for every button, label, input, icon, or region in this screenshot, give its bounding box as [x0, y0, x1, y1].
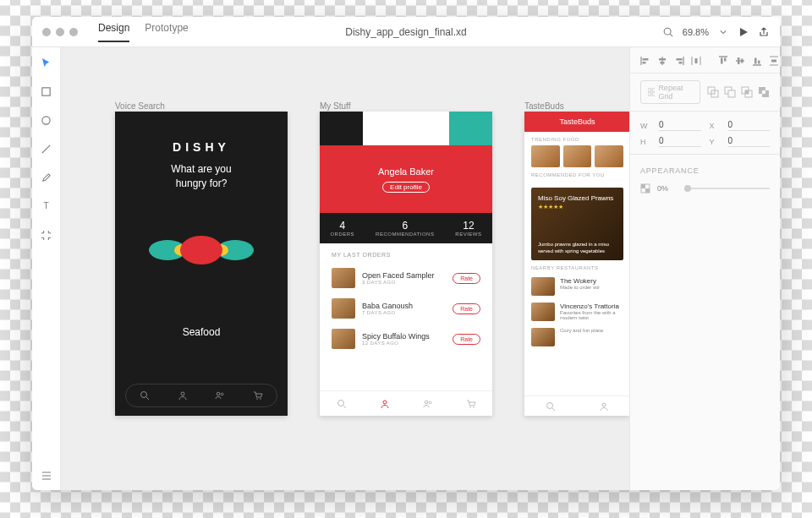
pathop-intersect-icon[interactable]: [741, 86, 753, 98]
food-thumbnail[interactable]: [595, 145, 623, 167]
minimize-dot[interactable]: [56, 28, 64, 36]
artboard-label[interactable]: My Stuff: [320, 101, 351, 111]
ellipse-tool[interactable]: [40, 113, 53, 127]
stat-recommendations[interactable]: 6RECOMMENDATIONS: [376, 220, 434, 237]
food-thumbnail: [531, 277, 555, 296]
svg-rect-33: [677, 58, 683, 61]
section-header: NEARBY RESTAURANTS: [524, 260, 629, 274]
y-field[interactable]: 0: [728, 136, 771, 147]
artboard-label[interactable]: TasteBuds: [524, 101, 564, 111]
search-icon[interactable]: [662, 26, 674, 38]
align-top-icon[interactable]: [718, 56, 728, 66]
list-item[interactable]: The WokeryMade to order stir: [531, 274, 623, 299]
user-icon[interactable]: [380, 399, 390, 409]
profile-name: Angela Baker: [378, 166, 434, 177]
svg-line-17: [343, 406, 346, 408]
search-icon[interactable]: [337, 399, 347, 409]
artboard-my-stuff[interactable]: Angela Baker Edit profile 4ORDERS 6RECOM…: [320, 112, 492, 416]
align-left-icon[interactable]: [640, 56, 650, 66]
food-thumbnail: [531, 328, 555, 346]
trending-row[interactable]: [524, 145, 629, 167]
layers-icon[interactable]: [40, 468, 53, 482]
users-icon[interactable]: [423, 399, 433, 409]
nearby-list: The WokeryMade to order stir Vincenzo's …: [524, 274, 629, 350]
svg-point-0: [664, 28, 671, 35]
stat-reviews[interactable]: 12REVIEWS: [455, 220, 481, 237]
svg-rect-8: [42, 478, 51, 480]
play-icon[interactable]: [738, 26, 749, 38]
svg-rect-43: [741, 59, 743, 63]
list-item[interactable]: Cozy and fun place: [531, 324, 623, 350]
cart-icon[interactable]: [253, 390, 263, 401]
stat-orders[interactable]: 4ORDERS: [330, 220, 354, 237]
opacity-control: 0%: [640, 183, 770, 194]
distribute-h-icon[interactable]: [691, 56, 701, 66]
rectangle-tool[interactable]: [40, 85, 53, 98]
artboard-tool[interactable]: [40, 228, 53, 242]
canvas[interactable]: Voice Search My Stuff TasteBuds DISHY Wh…: [61, 47, 629, 490]
repeat-grid-button[interactable]: Repeat Grid: [640, 80, 700, 104]
svg-rect-27: [643, 58, 649, 61]
text-tool[interactable]: T: [40, 199, 53, 213]
voice-result: Seafood: [115, 326, 288, 338]
list-item[interactable]: Open Faced Sampler3 DAYS AGO Rate: [332, 263, 480, 293]
voice-waveform-icon: [134, 225, 269, 275]
select-tool[interactable]: [40, 56, 53, 69]
list-item[interactable]: Spicy Buffalo Wings12 DAYS AGO Rate: [332, 324, 480, 354]
line-tool[interactable]: [40, 142, 53, 155]
opacity-value[interactable]: 0%: [657, 184, 678, 193]
section-header: TRENDING FOOD: [524, 132, 629, 145]
svg-rect-45: [754, 58, 757, 64]
align-middle-icon[interactable]: [735, 56, 745, 66]
pen-tool[interactable]: [40, 171, 53, 184]
align-right-icon[interactable]: [674, 56, 684, 66]
list-item[interactable]: Vincenzo's TrattoriaFavorites from the w…: [531, 299, 623, 324]
zoom-level[interactable]: 69.8%: [683, 27, 709, 37]
align-center-h-icon[interactable]: [657, 56, 667, 66]
pathop-subtract-icon[interactable]: [724, 86, 736, 98]
users-icon[interactable]: [215, 390, 225, 401]
user-icon[interactable]: [599, 401, 609, 412]
rate-button[interactable]: Rate: [453, 303, 480, 314]
stats-bar: 4ORDERS 6RECOMMENDATIONS 12REVIEWS: [320, 213, 492, 243]
distribute-v-icon[interactable]: [769, 56, 779, 66]
edit-profile-button[interactable]: Edit profile: [382, 182, 430, 193]
search-icon[interactable]: [140, 390, 150, 401]
featured-card[interactable]: Miso Soy Glazed Prawns ★★★★★ Jumbo prawn…: [531, 188, 623, 260]
list-item[interactable]: Baba Ganoush7 DAYS AGO Rate: [332, 293, 480, 324]
svg-point-25: [602, 403, 606, 406]
align-bottom-icon[interactable]: [752, 56, 762, 66]
x-field[interactable]: 0: [728, 120, 771, 131]
artboard-voice-search[interactable]: DISHY What are you hungry for? Seafood: [115, 112, 288, 416]
bottom-nav: [320, 390, 492, 416]
share-icon[interactable]: [758, 26, 770, 38]
food-thumbnail[interactable]: [531, 145, 560, 167]
rate-button[interactable]: Rate: [453, 334, 480, 345]
rate-button[interactable]: Rate: [453, 273, 480, 284]
tab-design[interactable]: Design: [98, 22, 129, 42]
cart-icon[interactable]: [466, 399, 476, 409]
voice-prompt: What are you hungry for?: [115, 162, 288, 191]
zoom-dot[interactable]: [69, 28, 78, 36]
bottom-nav: [125, 384, 277, 407]
tab-prototype[interactable]: Prototype: [145, 22, 188, 42]
opacity-slider[interactable]: [684, 188, 770, 189]
artboard-tastebuds[interactable]: TasteBuds TRENDING FOOD RECOMMENDED FOR …: [524, 112, 629, 416]
brand-logo: DISHY: [115, 140, 288, 154]
close-dot[interactable]: [42, 28, 51, 36]
search-icon[interactable]: [546, 401, 556, 412]
pathop-exclude-icon[interactable]: [758, 86, 770, 98]
food-thumbnail[interactable]: [563, 145, 592, 167]
food-thumbnail: [332, 298, 355, 319]
svg-rect-57: [728, 90, 735, 97]
svg-point-13: [221, 393, 223, 395]
pathop-add-icon[interactable]: [707, 86, 719, 98]
artboard-label[interactable]: Voice Search: [115, 101, 165, 111]
width-field[interactable]: 0: [659, 120, 701, 131]
user-icon[interactable]: [178, 390, 188, 401]
orders-list: Open Faced Sampler3 DAYS AGO Rate Baba G…: [320, 263, 492, 354]
svg-rect-60: [745, 90, 749, 94]
height-field[interactable]: 0: [659, 136, 701, 147]
window-controls[interactable]: [42, 28, 78, 36]
chevron-down-icon[interactable]: [717, 26, 729, 38]
